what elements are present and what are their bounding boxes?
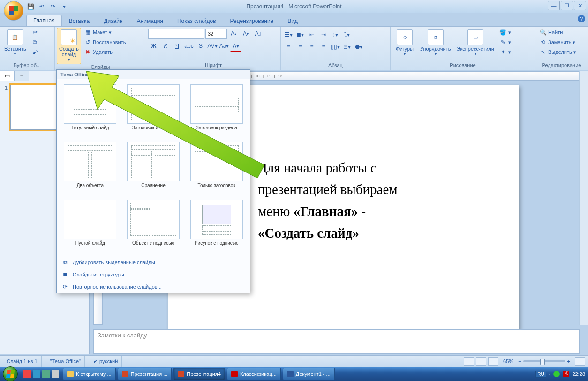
task-presentation4[interactable]: Презентация4 [173, 368, 225, 380]
shadow-icon[interactable]: S [195, 41, 206, 51]
new-slide-button[interactable]: ✶ Создать слайд▾ [57, 28, 81, 64]
clock[interactable]: 22:28 [572, 371, 585, 377]
layout-title-slide[interactable]: Титульный слайд [60, 82, 121, 138]
indent-decrease-icon[interactable]: ⇤ [306, 30, 317, 40]
close-button[interactable]: ✕ [574, 1, 586, 10]
task-opera[interactable]: Классификац... [227, 368, 281, 380]
layout-picture-caption[interactable]: Рисунок с подписью [186, 197, 247, 253]
cut-button[interactable]: ✂ [30, 28, 41, 37]
office-button[interactable] [4, 1, 23, 21]
ql-icon-3[interactable] [42, 370, 50, 378]
shapes-button[interactable]: ◇Фигуры▾ [392, 28, 417, 59]
font-color-icon[interactable]: A▾ [230, 41, 241, 52]
task-word[interactable]: Документ1 - ... [283, 368, 335, 380]
font-size-input[interactable] [205, 29, 227, 39]
task-presentation-a[interactable]: Презентация ... [118, 368, 172, 380]
redo-icon[interactable]: ↷ [49, 2, 57, 11]
zoom-out-button[interactable]: − [518, 359, 521, 364]
numbering-icon[interactable]: ≣▾ [294, 30, 306, 40]
restore-button[interactable]: ❐ [561, 1, 573, 10]
tray-arrow-icon[interactable]: ‹ [549, 371, 551, 377]
slides-from-outline-item[interactable]: ≣Слайды из структуры... [57, 269, 250, 281]
underline-icon[interactable]: Ч [172, 41, 183, 51]
tray-icon-1[interactable] [553, 371, 560, 377]
align-right-icon[interactable]: ≡ [306, 42, 317, 52]
italic-icon[interactable]: К [160, 41, 171, 51]
tab-review[interactable]: Рецензирование [223, 15, 281, 26]
bullets-icon[interactable]: ☰▾ [283, 30, 294, 40]
tab-animation[interactable]: Анимация [130, 15, 170, 26]
ql-icon-2[interactable] [33, 370, 40, 378]
line-spacing-icon[interactable]: ↕▾ [330, 30, 341, 40]
shrink-font-icon[interactable]: A▾ [240, 29, 251, 39]
format-painter-button[interactable]: 🖌 [30, 47, 41, 57]
paste-button[interactable]: 📋 Вставить▾ [2, 28, 29, 59]
columns-icon[interactable]: ▯▯▾ [330, 42, 341, 52]
bold-icon[interactable]: Ж [148, 41, 159, 51]
cursor-icon: ↖ [539, 48, 547, 56]
fit-window-button[interactable] [575, 357, 585, 366]
start-button[interactable] [0, 367, 21, 381]
zoom-in-button[interactable]: + [567, 359, 570, 364]
copy-button[interactable]: ⧉ [30, 37, 41, 47]
minimize-button[interactable]: — [548, 1, 560, 10]
layout-blank[interactable]: Пустой слайд [60, 197, 121, 253]
find-button[interactable]: 🔍Найти [537, 28, 578, 37]
quick-styles-button[interactable]: ▭Экспресс-стили▾ [454, 28, 496, 59]
duplicate-icon: ⧉ [61, 259, 69, 266]
reset-button[interactable]: ↺Восстановить [82, 37, 128, 47]
tab-view[interactable]: Вид [280, 15, 305, 26]
delete-slide-button[interactable]: ✖Удалить [82, 47, 128, 57]
shape-effects-button[interactable]: ✦▾ [498, 47, 513, 57]
sorter-view-button[interactable] [476, 357, 486, 366]
replace-button[interactable]: ⟲Заменить ▾ [537, 37, 578, 47]
task-folder[interactable]: К открытому ... [63, 368, 116, 380]
slideshow-view-button[interactable] [488, 357, 498, 366]
font-family-input[interactable] [148, 29, 204, 39]
tab-design[interactable]: Дизайн [97, 15, 129, 26]
align-center-icon[interactable]: ≡ [294, 42, 306, 52]
justify-icon[interactable]: ≡ [318, 42, 329, 52]
qat-dropdown-icon[interactable]: ▾ [60, 2, 68, 11]
slides-tab[interactable]: ▭ [0, 71, 15, 81]
ql-icon-1[interactable] [23, 370, 31, 378]
language-indicator[interactable]: RU [535, 371, 546, 378]
layout-title-content[interactable]: Заголовок и объект [123, 82, 184, 138]
char-spacing-icon[interactable]: AV▾ [207, 41, 218, 51]
strike-icon[interactable]: abc [183, 41, 195, 51]
layout-content-caption[interactable]: Объект с подписью [123, 197, 184, 253]
tab-slideshow[interactable]: Показ слайдов [170, 15, 223, 26]
layout-section-header[interactable]: Заголовок раздела [186, 82, 247, 138]
change-case-icon[interactable]: Aa▾ [219, 41, 230, 51]
clear-format-icon[interactable]: A⃠ [252, 29, 264, 39]
align-left-icon[interactable]: ≡ [283, 42, 294, 52]
notes-pane[interactable]: Заметки к слайду [93, 329, 580, 354]
duplicate-slides-item[interactable]: ⧉Дублировать выделенные слайды [57, 256, 250, 269]
save-icon[interactable]: 💾 [26, 2, 35, 11]
reuse-slides-item[interactable]: ⟳Повторное использование слайдов... [57, 281, 250, 293]
grow-font-icon[interactable]: A▴ [228, 29, 239, 39]
align-text-icon[interactable]: ⊟▾ [341, 42, 353, 52]
arrange-button[interactable]: ⧉Упорядочить▾ [418, 28, 453, 59]
select-button[interactable]: ↖Выделить ▾ [537, 47, 578, 57]
layout-comparison[interactable]: Сравнение [123, 140, 184, 195]
outline-tab[interactable]: ≡ [15, 71, 29, 81]
layout-title-only[interactable]: Только заголовок [186, 140, 247, 195]
help-icon[interactable]: ? [578, 15, 585, 22]
layout-two-content[interactable]: Два объекта [60, 140, 121, 195]
shape-outline-button[interactable]: ✎▾ [498, 37, 513, 47]
tray-icon-2[interactable]: K [563, 371, 569, 377]
vertical-scrollbar[interactable] [579, 71, 588, 325]
smartart-icon[interactable]: ⬣▾ [353, 42, 364, 52]
ql-icon-4[interactable] [52, 370, 59, 378]
undo-icon[interactable]: ↶ [38, 2, 46, 11]
indent-increase-icon[interactable]: ⇥ [318, 30, 329, 40]
text-direction-icon[interactable]: ⤵▾ [341, 30, 353, 40]
tab-home[interactable]: Главная [26, 15, 62, 26]
normal-view-button[interactable] [464, 357, 474, 366]
layout-button[interactable]: ▦Макет ▾ [82, 28, 128, 37]
shape-fill-button[interactable]: 🪣▾ [498, 28, 513, 37]
tab-insert[interactable]: Вставка [62, 15, 97, 26]
zoom-slider[interactable] [523, 360, 565, 362]
status-language[interactable]: ✔русский [90, 356, 122, 367]
